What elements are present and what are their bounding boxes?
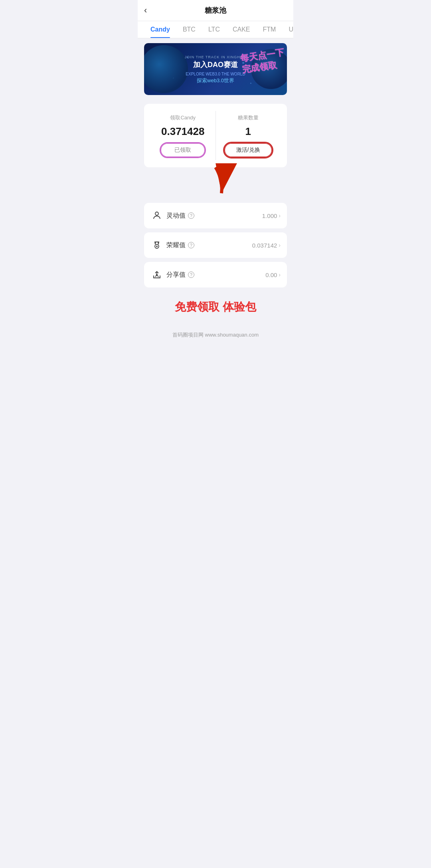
- activate-button[interactable]: 激活/兑换: [225, 143, 272, 157]
- claim-value: 0.371428: [161, 125, 204, 138]
- person-icon: [150, 209, 163, 222]
- card-row: 领取Candy 0.371428 已领取 糖果数量 1 激活/兑换: [150, 111, 281, 160]
- agility-value: 1.000 ›: [262, 212, 281, 219]
- footer-text: 首码圈项目网 www.shoumaquan.com: [172, 332, 259, 338]
- share-chevron-icon: ›: [279, 271, 281, 278]
- banner-text-center: JOIN THE TRACK IN XINGHUO 加入DAO赛道 EXPLOR…: [185, 54, 247, 84]
- claim-candy-col: 领取Candy 0.371428 已领取: [150, 111, 216, 160]
- honor-value: 0.037142 ›: [252, 242, 281, 249]
- agility-chevron-icon: ›: [279, 212, 281, 219]
- svg-point-1: [155, 212, 158, 215]
- agility-label: 灵动值 ?: [166, 212, 262, 220]
- tab-candy[interactable]: Candy: [144, 21, 176, 38]
- share-help-icon[interactable]: ?: [188, 271, 194, 278]
- bottom-annotation: 免费领取 体验包: [144, 291, 287, 319]
- free-claim-text: 免费领取 体验包: [150, 299, 281, 315]
- header: ‹ 糖浆池: [138, 0, 293, 21]
- claim-card: 领取Candy 0.371428 已领取 糖果数量 1 激活/兑换: [144, 104, 287, 167]
- candy-count-value: 1: [245, 125, 251, 138]
- banner[interactable]: JOIN THE TRACK IN XINGHUO 加入DAO赛道 EXPLOR…: [144, 43, 287, 95]
- banner-globe-right: [251, 49, 287, 89]
- claim-label: 领取Candy: [170, 114, 196, 121]
- tab-cake[interactable]: CAKE: [226, 21, 257, 38]
- medal-icon: [150, 239, 163, 252]
- tab-btc[interactable]: BTC: [176, 21, 202, 38]
- agility-help-icon[interactable]: ?: [188, 212, 194, 219]
- honor-help-icon[interactable]: ?: [188, 242, 194, 248]
- main-content: JOIN THE TRACK IN XINGHUO 加入DAO赛道 EXPLOR…: [138, 38, 293, 323]
- honor-row[interactable]: 荣耀值 ? 0.037142 ›: [144, 232, 287, 258]
- banner-globe-left: [144, 45, 188, 93]
- tab-ltc[interactable]: LTC: [202, 21, 226, 38]
- red-arrow: [192, 163, 239, 199]
- tab-ftm[interactable]: FTM: [257, 21, 283, 38]
- share-row[interactable]: 分享值 ? 0.00 ›: [144, 262, 287, 287]
- candy-count-label: 糖果数量: [238, 114, 259, 121]
- tab-uni[interactable]: UNI: [282, 21, 293, 38]
- agility-row[interactable]: 灵动值 ? 1.000 ›: [144, 203, 287, 228]
- share-label: 分享值 ?: [166, 271, 265, 279]
- banner-dao-title: JOIN THE TRACK IN XINGHUO 加入DAO赛道: [185, 55, 247, 69]
- banner-web3: 探索web3.0世界: [185, 77, 247, 84]
- page-title: 糖浆池: [205, 6, 226, 15]
- candy-count-col: 糖果数量 1 激活/兑换: [216, 111, 281, 160]
- back-button[interactable]: ‹: [144, 6, 147, 15]
- honor-chevron-icon: ›: [279, 242, 281, 248]
- svg-marker-5: [156, 245, 158, 248]
- share-value: 0.00 ›: [265, 271, 281, 278]
- share-icon: [150, 268, 163, 281]
- honor-label: 荣耀值 ?: [166, 241, 252, 250]
- tabs-bar: Candy BTC LTC CAKE FTM UNI: [138, 21, 293, 38]
- banner-explore: EXPLORE WEB3.0 THE WORLD: [185, 72, 247, 76]
- claimed-button[interactable]: 已领取: [161, 143, 205, 157]
- footer: 首码圈项目网 www.shoumaquan.com: [138, 323, 293, 351]
- svg-line-4: [158, 242, 158, 244]
- svg-line-3: [155, 242, 156, 244]
